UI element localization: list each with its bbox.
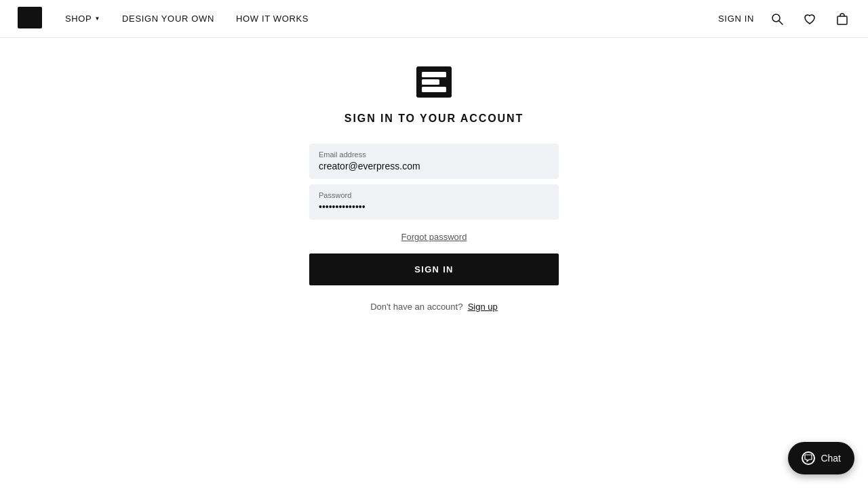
email-input-group: Email address <box>309 144 559 179</box>
cart-button[interactable] <box>833 9 852 28</box>
no-account-text: Don't have an account? <box>370 302 462 312</box>
nav-shop[interactable]: SHOP ▼ <box>65 14 100 24</box>
password-label: Password <box>319 191 549 199</box>
forgot-password-container: Forgot password <box>309 230 559 243</box>
wishlist-button[interactable] <box>800 9 819 28</box>
svg-line-5 <box>779 21 783 24</box>
chat-label: Chat <box>821 453 841 464</box>
page-title: SIGN IN TO YOUR ACCOUNT <box>344 113 524 125</box>
password-field[interactable] <box>319 201 549 212</box>
search-button[interactable] <box>768 9 787 28</box>
svg-rect-1 <box>22 11 38 14</box>
svg-rect-10 <box>422 87 446 92</box>
sign-up-link[interactable]: Sign up <box>468 302 498 312</box>
forgot-password-link[interactable]: Forgot password <box>401 232 467 242</box>
password-input-group: Password <box>309 184 559 220</box>
chat-icon <box>802 451 815 465</box>
sign-in-form: Email address Password Forgot password S… <box>309 144 559 312</box>
sign-in-button[interactable]: SIGN IN <box>309 253 559 285</box>
site-logo[interactable] <box>16 5 43 33</box>
email-field[interactable] <box>319 161 549 171</box>
svg-rect-8 <box>422 72 446 77</box>
chat-button[interactable]: Chat <box>788 442 854 474</box>
header-right: SIGN IN <box>718 9 852 28</box>
nav-design-your-own[interactable]: DESIGN YOUR OWN <box>122 14 214 24</box>
svg-point-4 <box>772 14 780 22</box>
signup-prompt: Don't have an account? Sign up <box>309 302 559 312</box>
heart-icon <box>803 12 816 26</box>
email-label: Email address <box>319 150 549 159</box>
main-nav: SHOP ▼ DESIGN YOUR OWN HOW IT WORKS <box>65 14 309 24</box>
header-left: SHOP ▼ DESIGN YOUR OWN HOW IT WORKS <box>16 5 309 33</box>
svg-rect-9 <box>422 79 439 85</box>
nav-how-it-works[interactable]: HOW IT WORKS <box>236 14 309 24</box>
main-content: SIGN IN TO YOUR ACCOUNT Email address Pa… <box>0 38 868 312</box>
svg-rect-3 <box>22 20 38 24</box>
brand-logo <box>415 65 453 113</box>
svg-rect-6 <box>837 16 847 24</box>
svg-rect-2 <box>22 16 34 19</box>
search-icon <box>770 12 784 26</box>
site-header: SHOP ▼ DESIGN YOUR OWN HOW IT WORKS SIGN… <box>0 0 868 38</box>
bag-icon <box>835 12 849 26</box>
chevron-down-icon: ▼ <box>94 16 100 22</box>
header-signin-link[interactable]: SIGN IN <box>718 14 754 24</box>
